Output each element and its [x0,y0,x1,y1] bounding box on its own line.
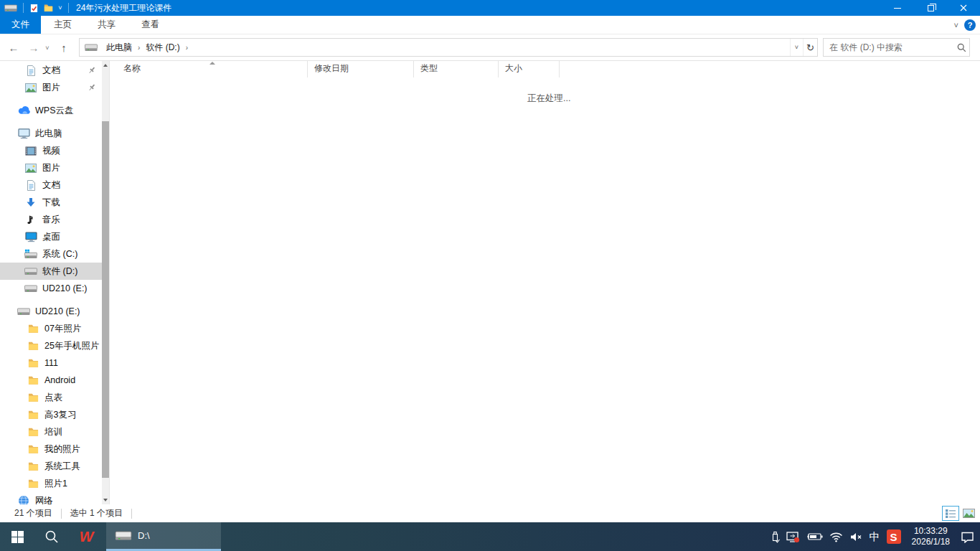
sidebar-item[interactable]: UD210 (E:) [0,303,102,320]
status-bar: 21 个项目 选中 1 个项目 [0,504,980,522]
refresh-icon[interactable]: ↻ [803,39,817,56]
file-list-pane: 名称修改日期类型大小 正在处理... [109,61,980,504]
details-view-button[interactable] [942,506,959,521]
start-button[interactable] [0,522,34,551]
selected-count: 选中 1 个项目 [62,507,131,519]
close-button[interactable] [947,0,980,16]
sogou-input-icon[interactable]: S [887,529,901,544]
recent-locations-chevron-icon[interactable]: ˅ [42,34,53,61]
tab-home[interactable]: 主页 [41,16,85,34]
sidebar-item[interactable]: 系统工具 [0,458,102,475]
column-header-size[interactable]: 大小 [499,61,560,77]
sidebar-item[interactable]: 下载 [0,194,102,211]
sidebar-item[interactable]: 系统 (C:) [0,245,102,263]
sidebar-item[interactable]: 点表 [0,389,102,406]
sidebar-item-label: 系统工具 [44,461,80,473]
sidebar-item[interactable]: 视频 [0,142,102,159]
sidebar-item[interactable]: 我的照片 [0,441,102,458]
sidebar-item[interactable]: 图片 [0,79,102,96]
column-header-label: 类型 [420,62,438,75]
column-headers: 名称修改日期类型大小 [117,61,560,77]
address-bar[interactable]: 此电脑›软件 (D:)› ˅ ↻ [79,38,818,57]
qat-properties-icon[interactable] [27,0,41,16]
wifi-icon[interactable] [829,532,843,542]
sidebar-item[interactable]: WPS云盘 [0,102,102,119]
system-tray: 中 S 10:33:29 2026/1/18 [771,522,980,551]
sidebar-item[interactable]: 软件 (D:) [0,263,102,280]
usb-device-icon[interactable] [771,531,780,543]
search-input[interactable] [824,42,953,52]
sidebar-scrollbar[interactable] [102,61,109,504]
sidebar-item[interactable]: UD210 (E:) [0,280,102,297]
breadcrumb-chevron-icon[interactable]: › [184,44,189,52]
sidebar-item[interactable]: 25年手机照片 [0,337,102,354]
restore-button[interactable] [914,0,947,16]
display-sync-icon[interactable] [786,531,800,543]
back-button[interactable]: ← [4,34,23,61]
tab-view[interactable]: 查看 [128,16,172,34]
qat-new-folder-icon[interactable] [41,0,55,16]
pictures-icon [24,162,37,174]
action-center-icon[interactable] [961,531,974,543]
taskbar-search-icon[interactable] [34,522,69,551]
scroll-down-icon[interactable] [102,496,109,504]
thispc-icon [17,128,30,139]
task-label: D:\ [138,530,150,541]
sidebar-item[interactable]: Android [0,372,102,389]
tab-share[interactable]: 共享 [85,16,128,34]
battery-charging-icon[interactable] [806,532,823,542]
breadcrumb-item[interactable]: 此电脑 [102,42,136,54]
sidebar-item[interactable]: 桌面 [0,228,102,245]
sidebar-item-label: 文档 [42,65,60,77]
help-icon[interactable]: ? [964,19,976,31]
column-header-label: 修改日期 [314,62,349,75]
sidebar-item[interactable]: 文档 [0,176,102,194]
address-dropdown-chevron-icon[interactable]: ˅ [790,39,803,56]
forward-button[interactable]: → [24,34,43,61]
sidebar-item-label: 07年照片 [44,323,81,335]
up-button[interactable]: ↑ [55,34,73,61]
pin-icon [88,83,96,92]
sidebar-item[interactable]: 音乐 [0,211,102,228]
thumbnails-view-button[interactable] [960,506,977,521]
sidebar-item-label: 系统 (C:) [42,248,77,260]
titlebar-separator [23,3,24,13]
qat-customize-chevron-icon[interactable]: ˅ [55,4,65,11]
column-header-name[interactable]: 名称 [117,61,308,77]
search-icon[interactable] [953,43,969,52]
tab-file[interactable]: 文件 [0,16,41,34]
scrollbar-thumb[interactable] [102,121,109,478]
breadcrumb-chevron-icon[interactable]: › [136,44,141,52]
sidebar-item[interactable]: 照片1 [0,475,102,492]
sidebar-item[interactable]: 网络 [0,492,102,504]
ime-indicator[interactable]: 中 [870,530,880,544]
sidebar-item[interactable]: 图片 [0,159,102,176]
sidebar-item-label: 培训 [44,426,62,438]
scroll-up-icon[interactable] [102,61,109,70]
drive-icon [17,306,30,317]
sidebar-item[interactable]: 高3复习 [0,406,102,423]
sidebar-item-label: 桌面 [42,231,60,243]
taskbar-task-explorer[interactable]: D:\ [106,522,221,551]
sidebar-item[interactable]: 培训 [0,423,102,441]
pictures-icon [24,82,37,93]
taskbar-clock[interactable]: 10:33:29 2026/1/18 [908,526,954,547]
sidebar-item-label: 我的照片 [44,443,80,456]
sidebar-item[interactable]: 111 [0,354,102,372]
wps-taskbar-icon[interactable]: W [69,522,103,551]
minimize-button[interactable] [881,0,914,16]
ribbon-collapse-chevron-icon[interactable]: ˅ [954,21,958,29]
clock-time: 10:33:29 [912,526,950,537]
column-header-date[interactable]: 修改日期 [308,61,414,77]
sidebar-item[interactable]: 文档 [0,62,102,79]
window-title: 24年污水处理工理论课件 [76,2,171,14]
folder-icon [27,392,39,403]
sidebar-item[interactable]: 此电脑 [0,125,102,142]
volume-muted-icon[interactable] [849,532,863,542]
folder-icon [27,357,39,369]
breadcrumb-item[interactable]: 软件 (D:) [141,42,184,54]
column-header-type[interactable]: 类型 [414,61,499,77]
breadcrumb: 此电脑›软件 (D:)› [102,42,189,54]
sidebar-item[interactable]: 07年照片 [0,320,102,337]
ribbon-tab-bar: 文件 主页共享查看 ˅ ? [0,16,980,34]
